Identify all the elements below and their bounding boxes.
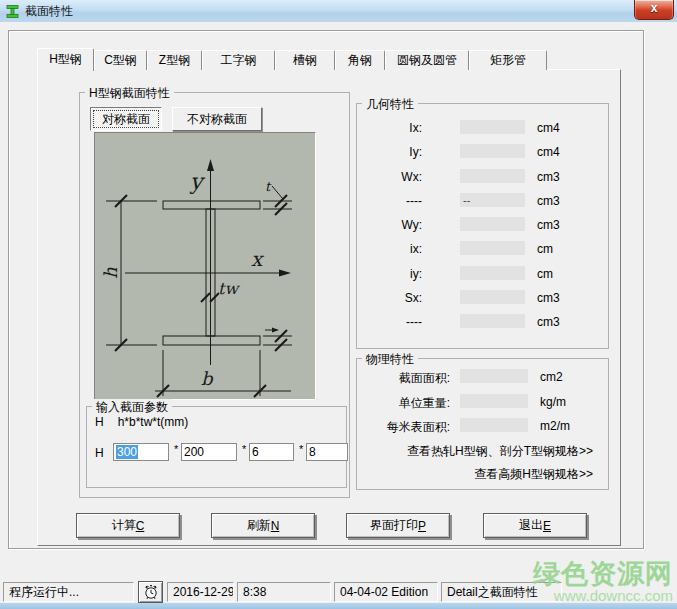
status-time: 8:38 <box>237 582 331 602</box>
input-b[interactable]: 200 <box>181 443 237 461</box>
prop-value-field <box>460 169 525 183</box>
input-row-label: H <box>95 446 104 460</box>
input-format-line: Hh*b*tw*t(mm) <box>95 415 188 429</box>
tab-z-steel[interactable]: Z型钢 <box>147 50 202 70</box>
prop-value-field <box>460 290 525 304</box>
prop-label: ---- <box>357 194 422 208</box>
clock-icon <box>143 584 159 600</box>
prop-unit: kg/m <box>540 395 566 409</box>
geometry-properties-group: 几何特性 Ix: cm4 Iy: cm4 Wx: cm3 <box>356 103 609 349</box>
diagram-label-h: h <box>100 267 121 279</box>
property-row-dash1: ---- -- cm3 <box>357 189 608 213</box>
prop-unit: m2/m <box>540 419 570 433</box>
property-row-dash2: ---- cm3 <box>357 310 608 334</box>
h-section-group: H型钢截面特性 对称截面 不对称截面 <box>79 92 350 498</box>
window-title: 截面特性 <box>25 3 73 20</box>
prop-label: Iy: <box>357 145 422 159</box>
calculate-button[interactable]: 计算C <box>76 513 180 538</box>
asymmetric-section-button[interactable]: 不对称截面 <box>172 107 262 131</box>
geometry-rows: Ix: cm4 Iy: cm4 Wx: cm3 ---- -- c <box>357 116 608 335</box>
status-edition: 04-04-02 Edition <box>334 582 438 602</box>
symmetric-section-button[interactable]: 对称截面 <box>90 107 162 131</box>
property-row-surface: 每米表面积: m2/m <box>357 414 608 439</box>
prop-unit: cm3 <box>537 315 560 329</box>
property-row-ix-radius: ix: cm <box>357 237 608 261</box>
window-frame-bottom <box>0 603 677 609</box>
diagram-label-x: x <box>251 247 265 271</box>
refresh-button[interactable]: 刷新N <box>211 513 315 538</box>
prop-unit: cm4 <box>537 145 560 159</box>
tab-c-steel[interactable]: C型钢 <box>94 50 147 70</box>
diagram-label-t: t <box>265 179 272 194</box>
prop-label: 每米表面积: <box>357 419 450 436</box>
prop-unit: cm3 <box>537 170 560 184</box>
section-properties-window: 截面特性 x H型钢 C型钢 Z型钢 工字钢 槽钢 角钢 圆钢及圆管 矩形管 H… <box>0 0 677 609</box>
section-type-tabs: H型钢 C型钢 Z型钢 工字钢 槽钢 角钢 圆钢及圆管 矩形管 <box>37 47 547 70</box>
prop-unit: cm <box>537 267 553 281</box>
close-button[interactable]: x <box>634 0 674 20</box>
diagram-label-tw: tw <box>218 279 240 298</box>
property-row-area: 截面面积: cm2 <box>357 365 608 390</box>
status-running: 程序运行中... <box>3 582 134 602</box>
h-beam-diagram: y x h b tw t <box>94 132 316 400</box>
prop-unit: cm2 <box>540 370 563 384</box>
prop-value-field: -- <box>460 193 525 207</box>
prop-label: 截面面积: <box>357 370 450 387</box>
prop-label: iy: <box>357 267 422 281</box>
prop-value-field <box>460 369 528 383</box>
close-icon: x <box>651 1 658 15</box>
prop-label: ix: <box>357 242 422 256</box>
prop-value-field <box>460 314 525 328</box>
property-row-iy-radius: iy: cm <box>357 262 608 286</box>
print-button[interactable]: 界面打印P <box>346 513 450 538</box>
physics-rows: 截面面积: cm2 单位重量: kg/m 每米表面积: m2/m <box>357 365 608 439</box>
diagram-label-y: y <box>189 169 206 194</box>
prop-label: Wy: <box>357 218 422 232</box>
prop-label: Wx: <box>357 170 422 184</box>
tab-angle-steel[interactable]: 角钢 <box>335 50 385 70</box>
prop-unit: cm3 <box>537 291 560 305</box>
h-section-group-title: H型钢截面特性 <box>85 85 174 102</box>
tab-round-steel-pipe[interactable]: 圆钢及圆管 <box>385 50 469 70</box>
property-row-sx: Sx: cm3 <box>357 286 608 310</box>
clock-button[interactable] <box>138 581 163 603</box>
high-frequency-spec-link[interactable]: 查看高频H型钢规格>> <box>474 466 593 483</box>
prop-unit: cm3 <box>537 194 560 208</box>
property-row-iy: Iy: cm4 <box>357 140 608 164</box>
prop-value-field <box>460 418 528 432</box>
input-t[interactable]: 8 <box>306 443 348 461</box>
prop-unit: cm3 <box>537 218 560 232</box>
multiply-separator: * <box>174 443 178 455</box>
status-detail: Detail之截面特性 <box>441 582 562 602</box>
prop-value-field <box>460 241 525 255</box>
titlebar[interactable]: 截面特性 x <box>0 0 677 22</box>
status-date: 2016-12-29 <box>167 582 234 602</box>
input-tw[interactable]: 6 <box>249 443 294 461</box>
diagram-label-b: b <box>201 368 214 389</box>
tab-rect-pipe[interactable]: 矩形管 <box>469 50 547 70</box>
tab-content-pane: H型钢截面特性 对称截面 不对称截面 <box>37 69 621 546</box>
tab-channel-steel[interactable]: 槽钢 <box>275 50 335 70</box>
ibeam-app-icon <box>6 5 19 18</box>
property-row-ix: Ix: cm4 <box>357 116 608 140</box>
property-row-wx: Wx: cm3 <box>357 165 608 189</box>
input-h[interactable]: 300 <box>113 443 169 461</box>
prop-value-field <box>460 217 525 231</box>
tab-i-steel[interactable]: 工字钢 <box>202 50 275 70</box>
multiply-separator: * <box>242 443 246 455</box>
prop-value-field <box>460 120 525 134</box>
prop-label: Ix: <box>357 121 422 135</box>
exit-button[interactable]: 退出E <box>483 513 587 538</box>
hot-rolled-spec-link[interactable]: 查看热轧H型钢、剖分T型钢规格>> <box>407 443 593 460</box>
prop-unit: cm4 <box>537 121 560 135</box>
prop-label: ---- <box>357 315 422 329</box>
prop-value-field <box>460 394 528 408</box>
input-parameters-group: 输入截面参数 Hh*b*tw*t(mm) H 300 * 200 * 6 * <box>86 406 347 488</box>
input-group-title: 输入截面参数 <box>92 399 172 416</box>
prop-unit: cm <box>537 242 553 256</box>
multiply-separator: * <box>299 443 303 455</box>
physical-properties-group: 物理特性 截面面积: cm2 单位重量: kg/m 每米表面积: m2/m <box>356 358 609 490</box>
tab-h-steel[interactable]: H型钢 <box>37 48 94 71</box>
h-beam-diagram-drawing: y x h b tw t <box>95 133 315 399</box>
prop-value-field <box>460 266 525 280</box>
